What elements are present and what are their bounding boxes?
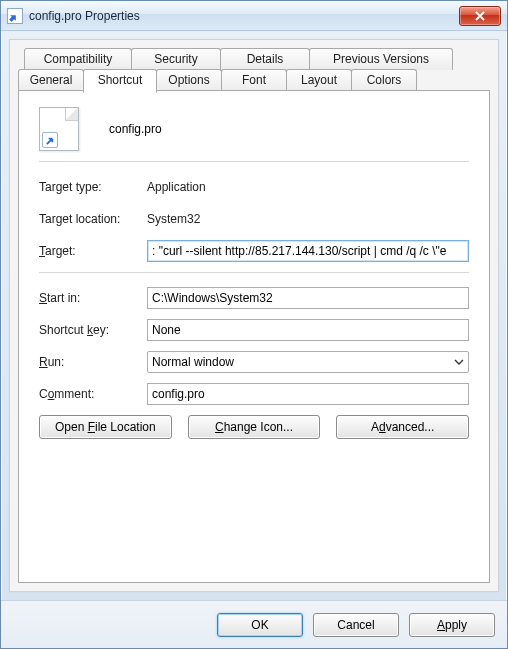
close-icon: [475, 11, 485, 21]
client-area: Compatibility Security Details Previous …: [9, 39, 499, 592]
tab-options[interactable]: Options: [156, 69, 222, 91]
target-label: Target:: [39, 244, 147, 258]
tab-strip: Compatibility Security Details Previous …: [18, 48, 490, 91]
chevron-down-icon: [454, 359, 464, 365]
comment-label: Comment:: [39, 387, 147, 401]
window-title: config.pro Properties: [29, 9, 459, 23]
titlebar[interactable]: config.pro Properties: [1, 1, 507, 31]
advanced-button[interactable]: Advanced...: [336, 415, 469, 439]
tab-font[interactable]: Font: [221, 69, 287, 91]
dialog-footer: OK Cancel Apply: [1, 600, 507, 648]
shortcut-file-icon: [7, 8, 23, 24]
properties-dialog: config.pro Properties Compatibility Secu…: [0, 0, 508, 649]
shortcut-arrow-icon: [42, 132, 58, 148]
start-in-label: Start in:: [39, 291, 147, 305]
file-name-label: config.pro: [109, 122, 162, 136]
target-type-value: Application: [147, 180, 469, 194]
run-label: Run:: [39, 355, 147, 369]
tab-colors[interactable]: Colors: [351, 69, 417, 91]
tab-panel-shortcut: config.pro Target type: Application Targ…: [18, 90, 490, 583]
comment-input[interactable]: [147, 383, 469, 405]
target-location-value: System32: [147, 212, 469, 226]
separator: [39, 161, 469, 162]
target-location-label: Target location:: [39, 212, 147, 226]
tab-security[interactable]: Security: [131, 48, 221, 70]
apply-button[interactable]: Apply: [409, 613, 495, 637]
tab-shortcut[interactable]: Shortcut: [83, 69, 157, 93]
ok-button[interactable]: OK: [217, 613, 303, 637]
tab-details[interactable]: Details: [220, 48, 310, 70]
tab-layout[interactable]: Layout: [286, 69, 352, 91]
cancel-button[interactable]: Cancel: [313, 613, 399, 637]
run-combo-value: Normal window: [152, 355, 234, 369]
separator: [39, 272, 469, 273]
target-type-label: Target type:: [39, 180, 147, 194]
tab-previous-versions[interactable]: Previous Versions: [309, 48, 453, 70]
file-large-icon: [39, 107, 79, 151]
tab-general[interactable]: General: [18, 69, 84, 91]
tab-compatibility[interactable]: Compatibility: [24, 48, 132, 70]
open-file-location-button[interactable]: Open File Location: [39, 415, 172, 439]
close-button[interactable]: [459, 6, 501, 26]
run-combo[interactable]: Normal window: [147, 351, 469, 373]
shortcut-key-label: Shortcut key:: [39, 323, 147, 337]
shortcut-key-input[interactable]: [147, 319, 469, 341]
start-in-input[interactable]: [147, 287, 469, 309]
target-input[interactable]: [147, 240, 469, 262]
change-icon-button[interactable]: Change Icon...: [188, 415, 321, 439]
